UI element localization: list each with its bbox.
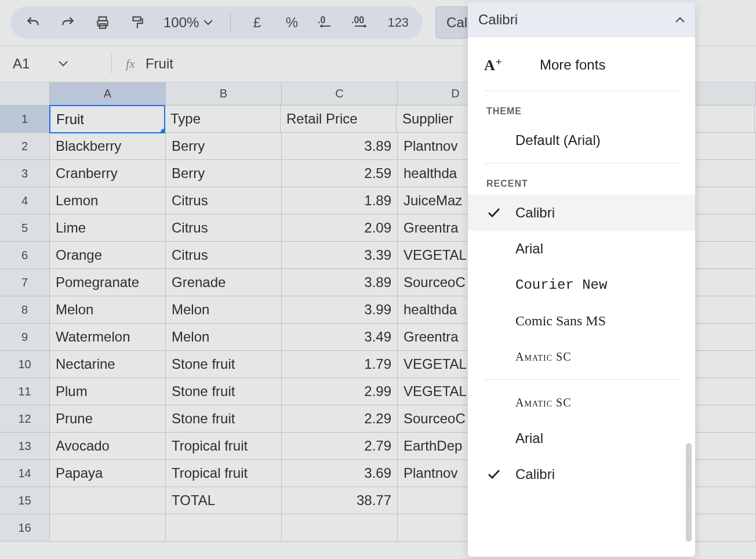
- paint-format-button[interactable]: [125, 10, 150, 35]
- cell[interactable]: Lemon: [50, 187, 166, 214]
- cell[interactable]: 3.89: [282, 133, 398, 159]
- row-header[interactable]: 12: [0, 405, 50, 432]
- recent-font-comic-sans[interactable]: Comic Sans MS: [468, 303, 695, 339]
- row-header[interactable]: 16: [0, 514, 50, 541]
- cell[interactable]: 1.79: [282, 351, 398, 377]
- row-header[interactable]: 13: [0, 433, 50, 459]
- cell[interactable]: 3.89: [282, 269, 398, 296]
- zoom-dropdown[interactable]: 100%: [160, 14, 216, 31]
- cell[interactable]: 2.79: [282, 433, 398, 459]
- cell[interactable]: 2.99: [282, 378, 398, 405]
- cell[interactable]: Avocado: [50, 433, 166, 459]
- cell[interactable]: Tropical fruit: [166, 433, 282, 459]
- cell[interactable]: Plum: [50, 378, 166, 405]
- cell[interactable]: Prune: [50, 405, 166, 432]
- cell[interactable]: Watermelon: [50, 324, 166, 350]
- row-header[interactable]: 3: [0, 160, 50, 187]
- cell[interactable]: 2.29: [282, 405, 398, 432]
- undo-button[interactable]: [21, 10, 45, 35]
- cell[interactable]: 3.69: [282, 460, 398, 487]
- cell[interactable]: Fruit: [49, 105, 165, 133]
- font-label: Calibri: [515, 205, 555, 221]
- cell[interactable]: [166, 514, 282, 541]
- font-arial[interactable]: Arial: [468, 420, 695, 456]
- chevron-up-icon: [675, 17, 685, 23]
- cell[interactable]: Papaya: [50, 460, 166, 487]
- row-header[interactable]: 7: [0, 269, 50, 296]
- cell[interactable]: [282, 514, 398, 541]
- cell[interactable]: [50, 487, 166, 514]
- cell[interactable]: Melon: [50, 296, 166, 323]
- cell[interactable]: Berry: [166, 160, 282, 187]
- cell[interactable]: TOTAL: [166, 487, 282, 514]
- row-header[interactable]: 11: [0, 378, 50, 405]
- cell[interactable]: Stone fruit: [166, 378, 282, 405]
- recent-font-courier-new[interactable]: Courier New: [468, 267, 695, 303]
- zoom-value: 100%: [163, 14, 199, 31]
- row-header[interactable]: 1: [0, 106, 50, 132]
- cell[interactable]: Citrus: [166, 242, 282, 268]
- decrease-decimal-button[interactable]: .0: [314, 10, 339, 35]
- more-fonts-item[interactable]: A+ More fonts: [468, 44, 695, 86]
- cell[interactable]: Stone fruit: [166, 405, 282, 432]
- cell[interactable]: 38.77: [282, 487, 398, 514]
- column-header-c[interactable]: C: [282, 82, 398, 105]
- row-header[interactable]: 2: [0, 133, 50, 159]
- more-formats-button[interactable]: 123: [384, 10, 412, 35]
- row-header[interactable]: 8: [0, 296, 50, 323]
- cell[interactable]: Melon: [166, 296, 282, 323]
- cell[interactable]: 3.49: [282, 324, 398, 350]
- row-header[interactable]: 9: [0, 324, 50, 350]
- cell[interactable]: 3.39: [282, 242, 398, 268]
- scrollbar-thumb[interactable]: [686, 443, 692, 542]
- increase-decimal-button[interactable]: .00: [349, 10, 373, 35]
- cell[interactable]: Lime: [50, 215, 166, 241]
- percent-button[interactable]: %: [279, 10, 304, 35]
- cell[interactable]: [50, 514, 166, 541]
- theme-font-default[interactable]: Default (Arial): [468, 122, 695, 158]
- cell[interactable]: Berry: [166, 133, 282, 159]
- cell[interactable]: Blackberry: [50, 133, 166, 159]
- cell[interactable]: Cranberry: [50, 160, 166, 187]
- row-header[interactable]: 5: [0, 215, 50, 241]
- cell[interactable]: 2.59: [282, 160, 398, 187]
- font-calibri[interactable]: Calibri: [468, 456, 695, 492]
- column-header-a[interactable]: A: [50, 82, 166, 105]
- formula-input[interactable]: Fruit: [146, 56, 173, 72]
- cell[interactable]: Grenade: [166, 269, 282, 296]
- cell[interactable]: Nectarine: [50, 351, 166, 377]
- row-header[interactable]: 15: [0, 487, 50, 514]
- row-header[interactable]: 6: [0, 242, 50, 268]
- add-font-icon: A+: [484, 56, 504, 74]
- cell[interactable]: Pomegranate: [50, 269, 166, 296]
- name-box[interactable]: A1: [13, 56, 106, 72]
- row-header[interactable]: 10: [0, 351, 50, 377]
- cell[interactable]: Citrus: [166, 187, 282, 214]
- cell[interactable]: 3.99: [282, 296, 398, 323]
- cell[interactable]: 2.09: [282, 215, 398, 241]
- recent-font-amatic-sc[interactable]: Amatic SC: [468, 339, 695, 375]
- row-header[interactable]: 14: [0, 460, 50, 487]
- cell[interactable]: Melon: [166, 324, 282, 350]
- select-all-corner[interactable]: [0, 82, 50, 105]
- cell[interactable]: Tropical fruit: [166, 460, 282, 487]
- font-label: Amatic SC: [515, 396, 571, 409]
- recent-font-calibri[interactable]: Calibri: [468, 195, 695, 231]
- cell[interactable]: 1.89: [282, 187, 398, 214]
- cell[interactable]: Orange: [50, 242, 166, 268]
- print-button[interactable]: [90, 10, 115, 35]
- divider: [484, 90, 679, 91]
- row-header[interactable]: 4: [0, 187, 50, 214]
- column-header-b[interactable]: B: [166, 82, 282, 105]
- cell[interactable]: Retail Price: [281, 106, 397, 132]
- cell[interactable]: Stone fruit: [166, 351, 282, 377]
- divider: [484, 163, 679, 164]
- selection-handle[interactable]: [161, 129, 165, 133]
- redo-button[interactable]: [56, 10, 80, 35]
- font-panel-header[interactable]: Calibri: [468, 2, 695, 37]
- font-amatic-sc[interactable]: Amatic SC: [468, 384, 695, 420]
- cell[interactable]: Citrus: [166, 215, 282, 241]
- recent-font-arial[interactable]: Arial: [468, 231, 695, 267]
- currency-button[interactable]: £: [245, 10, 269, 35]
- cell[interactable]: Type: [165, 106, 281, 132]
